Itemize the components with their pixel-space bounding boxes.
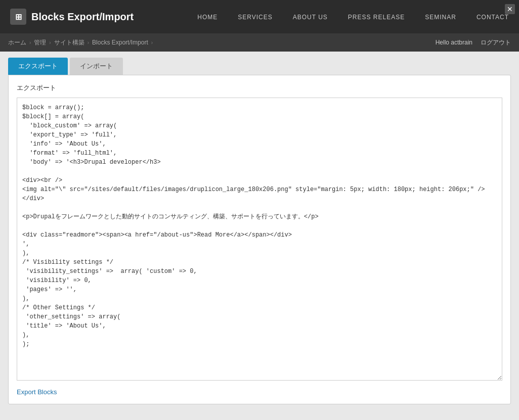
top-navigation: ⊞ Blocks Export/Import HOME SERVICES ABO… [0,0,519,33]
nav-link-home[interactable]: HOME [197,14,218,21]
chevron-icon-4: › [151,40,153,45]
export-textarea[interactable] [17,98,502,381]
nav-link-seminar[interactable]: SEMINAR [425,14,456,21]
breadcrumb-blocks-export[interactable]: Blocks Export/Import [92,39,148,46]
nav-item-seminar[interactable]: SEMINAR [425,13,456,21]
main-content: エクスポート インポート エクスポート Export Blocks [0,52,519,410]
nav-link-contact[interactable]: CONTACT [477,14,509,21]
tabs: エクスポート インポート [8,58,511,75]
logout-link[interactable]: ログアウト [481,38,511,47]
nav-item-about[interactable]: ABOUT US [293,13,328,21]
chevron-icon-1: › [29,40,31,45]
panel-title: エクスポート [17,83,502,92]
nav-link-services[interactable]: SERVICES [238,14,272,21]
close-button[interactable]: ✕ [505,4,515,14]
chevron-icon-3: › [88,40,89,45]
nav-link-press[interactable]: PRESS RELEASE [348,14,405,21]
nav-item-contact[interactable]: CONTACT [477,13,509,21]
export-panel: エクスポート Export Blocks [8,75,511,404]
hello-text: Hello actbrain [436,39,472,46]
nav-item-services[interactable]: SERVICES [238,13,272,21]
breadcrumb-home[interactable]: ホーム [8,38,26,47]
breadcrumb: ホーム › 管理 › サイト構築 › Blocks Export/Import … [8,38,436,47]
nav-item-press[interactable]: PRESS RELEASE [348,13,405,21]
main-nav: HOME SERVICES ABOUT US PRESS RELEASE SEM… [197,13,509,21]
breadcrumb-admin[interactable]: 管理 [34,38,46,47]
nav-link-about[interactable]: ABOUT US [293,14,328,21]
tab-export[interactable]: エクスポート [8,58,68,75]
tab-import[interactable]: インポート [70,58,123,75]
breadcrumb-site-build[interactable]: サイト構築 [54,38,84,47]
export-blocks-link[interactable]: Export Blocks [17,388,57,396]
site-logo: ⊞ Blocks Export/Import [10,9,134,25]
chevron-icon-2: › [49,40,51,45]
nav-links: HOME SERVICES ABOUT US PRESS RELEASE SEM… [197,13,509,21]
admin-bar-right: Hello actbrain ログアウト [436,38,511,47]
logo-text: Blocks Export/Import [31,11,134,23]
logo-grid-icon: ⊞ [15,12,22,22]
nav-item-home[interactable]: HOME [197,13,218,21]
admin-bar: ホーム › 管理 › サイト構築 › Blocks Export/Import … [0,33,519,52]
logo-icon: ⊞ [10,9,26,25]
